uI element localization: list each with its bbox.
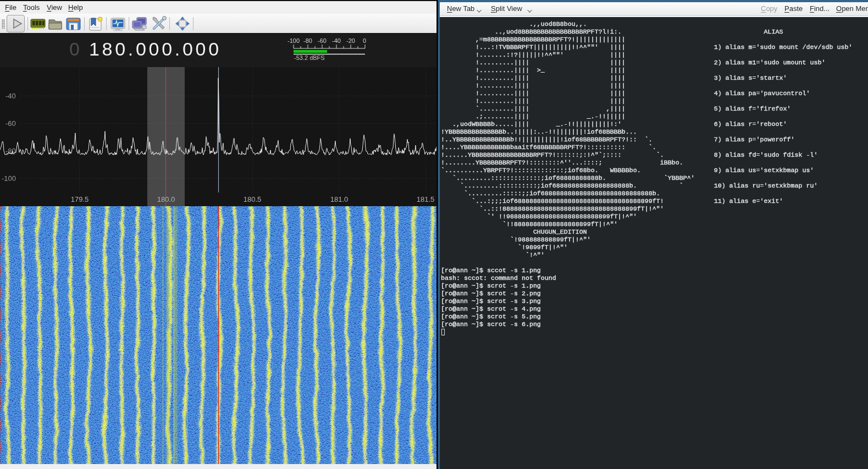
svg-text:-100: -100 bbox=[2, 174, 16, 183]
svg-text:-60: -60 bbox=[5, 119, 16, 128]
svg-text:181.0: 181.0 bbox=[330, 195, 349, 203]
svg-text:-53.2 dBFS: -53.2 dBFS bbox=[294, 54, 325, 61]
svg-text:-20: -20 bbox=[346, 37, 355, 44]
svg-text:-80: -80 bbox=[303, 37, 312, 44]
svg-text:-40: -40 bbox=[5, 92, 16, 100]
svg-text:-100: -100 bbox=[288, 37, 300, 44]
svg-text:-60: -60 bbox=[318, 37, 327, 44]
svg-text:180.5: 180.5 bbox=[244, 195, 262, 203]
svg-text:0: 0 bbox=[363, 37, 366, 44]
svg-text:179.5: 179.5 bbox=[71, 195, 89, 203]
svg-text:180.0: 180.0 bbox=[157, 195, 175, 203]
svg-text:181.5: 181.5 bbox=[417, 195, 435, 203]
svg-text:-40: -40 bbox=[332, 37, 341, 44]
